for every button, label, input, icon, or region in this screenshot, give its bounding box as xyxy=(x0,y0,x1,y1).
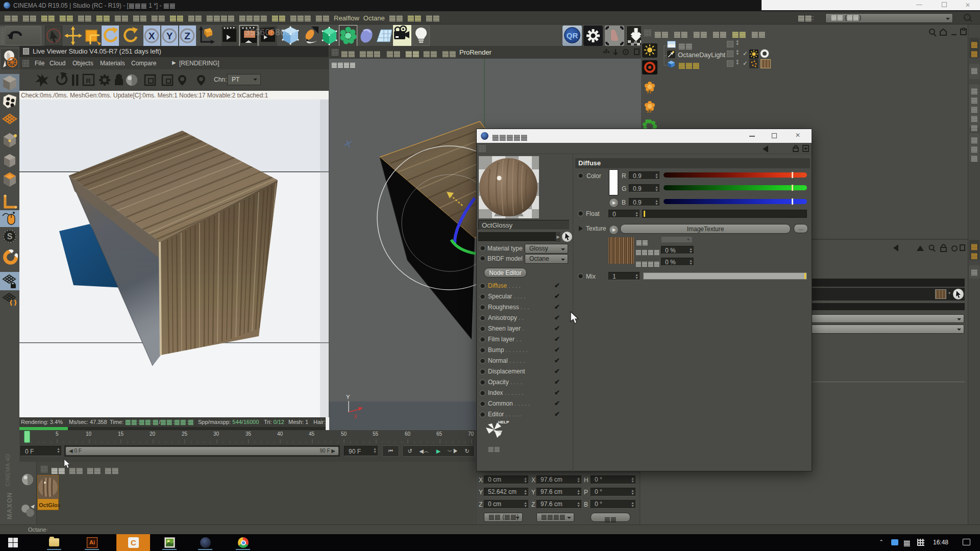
svg-text:S: S xyxy=(7,232,13,241)
svg-text:X: X xyxy=(149,31,155,41)
svg-text:10: 10 xyxy=(86,431,92,437)
svg-text:R: R xyxy=(86,77,91,85)
svg-text:40: 40 xyxy=(277,431,283,437)
svg-text:Y: Y xyxy=(166,31,173,41)
svg-text:15: 15 xyxy=(118,431,124,437)
svg-text:65: 65 xyxy=(436,431,443,437)
svg-text:70: 70 xyxy=(468,431,474,437)
svg-text:HELP: HELP xyxy=(498,420,509,424)
svg-text:Z: Z xyxy=(184,31,190,41)
svg-text:50: 50 xyxy=(341,431,347,437)
svg-text:5: 5 xyxy=(56,431,59,437)
svg-text:30: 30 xyxy=(213,431,219,437)
svg-text:25: 25 xyxy=(182,431,188,437)
svg-text:55: 55 xyxy=(373,431,379,437)
svg-text:60: 60 xyxy=(405,431,411,437)
svg-text:45: 45 xyxy=(309,431,315,437)
svg-text:Y: Y xyxy=(346,394,350,400)
svg-text:20: 20 xyxy=(150,431,156,437)
svg-text:X: X xyxy=(354,414,357,419)
svg-text:35: 35 xyxy=(246,431,252,437)
